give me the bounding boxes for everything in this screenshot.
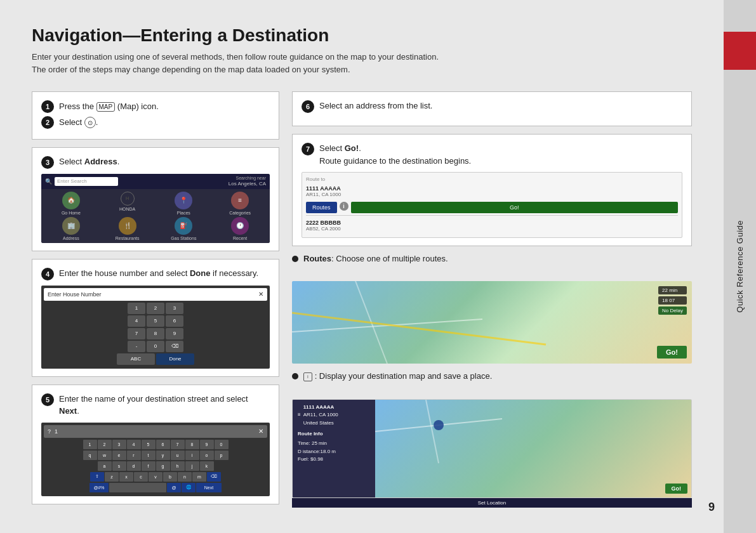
kb-u[interactable]: u: [171, 451, 185, 460]
gas-icon: ⛽: [175, 217, 192, 235]
key-2[interactable]: 2: [147, 303, 164, 314]
kb-y[interactable]: y: [156, 451, 170, 460]
kb-3[interactable]: 3: [112, 440, 126, 449]
kb-7[interactable]: 7: [171, 440, 185, 449]
dest-info-wrapper: ≡ 1111 AAAAA AR11, CA 1000 United States…: [292, 395, 692, 508]
bullet-info: i : Display your destination map and sav…: [292, 371, 692, 381]
key-done[interactable]: Done: [156, 353, 194, 365]
kb-n[interactable]: n: [178, 472, 192, 482]
honda-icon: H: [121, 192, 135, 206]
kb-h[interactable]: h: [171, 461, 185, 471]
map-routes-mockup: 22 min 18 07 No Delay Go!: [292, 281, 692, 364]
dest-fuel: Fuel: $0.98: [298, 456, 370, 464]
key-dash[interactable]: -: [128, 341, 145, 352]
dest-header-row: ≡ 1111 AAAAA AR11, CA 1000 United States: [298, 404, 370, 428]
keyboard-mockup: ? 1 ✕ 1 2 3 4 5 6 7 8 9: [41, 423, 270, 496]
kb-k[interactable]: k: [200, 461, 214, 471]
route-addr2: 2222 BBBBB: [306, 220, 341, 226]
kb-a[interactable]: a: [98, 461, 112, 471]
subtitle-line2: The order of the steps may change depend…: [32, 63, 692, 76]
dest-menu-icon: ≡: [298, 411, 301, 419]
kb-q[interactable]: q: [83, 451, 97, 460]
kb-1[interactable]: 1: [83, 440, 97, 449]
kb-b[interactable]: b: [163, 472, 177, 482]
kb-row-asdf: a s d f g h j k: [44, 461, 267, 471]
sidebar-label: Quick Reference Guide: [735, 220, 745, 313]
kb-9[interactable]: 9: [200, 440, 214, 449]
kb-v[interactable]: v: [149, 472, 162, 482]
kb-e[interactable]: e: [112, 451, 126, 460]
subtitle: Enter your destination using one of seve…: [32, 51, 692, 76]
kb-shift[interactable]: ⇧: [90, 472, 104, 482]
location-city: Los Angeles, CA: [229, 181, 266, 187]
map-go-button[interactable]: Go!: [657, 346, 687, 359]
key-0[interactable]: 0: [147, 341, 164, 352]
step-7-line1: Select Go!.: [319, 142, 471, 155]
kb-i[interactable]: i: [185, 451, 199, 460]
icon-gas: ⛽ Gas Stations: [157, 217, 211, 240]
kb-5[interactable]: 5: [142, 440, 156, 449]
places-icon: 📍: [175, 192, 192, 209]
kb-t[interactable]: t: [142, 451, 156, 460]
key-3[interactable]: 3: [166, 303, 183, 314]
info-button[interactable]: i: [340, 202, 348, 211]
kb-symbols[interactable]: @#%: [90, 483, 109, 492]
routes-text: : Choose one of multiple routes.: [331, 254, 448, 263]
key-abc[interactable]: ABC: [117, 353, 155, 365]
keypad-label: Enter House Number: [48, 291, 102, 298]
dest-info-footer[interactable]: Set Location: [292, 498, 692, 508]
step-1-text: Press the MAP (Map) icon.: [59, 100, 159, 113]
step-7-text-block: Select Go!. Route guidance to the destin…: [319, 142, 471, 167]
key-4[interactable]: 4: [128, 315, 145, 327]
kb-p[interactable]: p: [215, 451, 229, 460]
kb-r[interactable]: r: [127, 451, 141, 460]
kb-c[interactable]: c: [134, 472, 148, 482]
routes-button[interactable]: Routes: [306, 202, 337, 213]
kb-8[interactable]: 8: [185, 440, 199, 449]
bullet-routes: Routes: Choose one of multiple routes.: [292, 254, 692, 263]
key-5[interactable]: 5: [147, 315, 164, 327]
kb-x[interactable]: x: [119, 472, 133, 482]
kb-4[interactable]: 4: [127, 440, 141, 449]
kb-at[interactable]: @: [167, 483, 181, 492]
step-4-text: Enter the house number and select Done i…: [59, 267, 258, 280]
go-home-label: Go Home: [62, 211, 81, 215]
kb-backspace[interactable]: ⌫: [207, 472, 221, 482]
key-7[interactable]: 7: [128, 328, 145, 339]
kb-f[interactable]: f: [142, 461, 156, 471]
kb-next[interactable]: Next: [196, 483, 222, 492]
restaurants-label: Restaurants: [116, 236, 140, 240]
restaurants-icon: 🍴: [119, 217, 136, 235]
key-9[interactable]: 9: [166, 328, 183, 339]
kb-current-value: 1: [55, 428, 58, 435]
search-placeholder: Enter Search: [57, 178, 87, 184]
kb-o[interactable]: o: [200, 451, 214, 460]
kb-row-bottom: @#% @ 🌐 Next: [44, 483, 267, 492]
key-backspace[interactable]: ⌫: [166, 341, 183, 352]
key-1[interactable]: 1: [128, 303, 145, 314]
go-button[interactable]: Go!: [351, 202, 678, 213]
recent-icon: 🕐: [231, 217, 249, 235]
kb-j[interactable]: j: [185, 461, 199, 471]
searching-near: Searching near: [229, 176, 266, 181]
kb-globe[interactable]: 🌐: [182, 483, 196, 492]
keypad-header: Enter House Number ✕: [44, 288, 267, 301]
route-addr1-row: 1111 AAAAA AR11, CA 1000: [306, 183, 678, 199]
keyboard-header: ? 1 ✕: [44, 425, 267, 438]
kb-s[interactable]: s: [112, 461, 126, 471]
dest-go-button[interactable]: Go!: [665, 484, 688, 494]
key-6[interactable]: 6: [166, 315, 183, 327]
kb-d[interactable]: d: [127, 461, 141, 471]
kb-0[interactable]: 0: [215, 440, 229, 449]
categories-icon: ≡: [231, 192, 249, 209]
kb-space[interactable]: [109, 483, 166, 492]
kb-w[interactable]: w: [98, 451, 112, 460]
key-8[interactable]: 8: [147, 328, 164, 339]
step-6-circle: 6: [302, 100, 314, 113]
kb-6[interactable]: 6: [156, 440, 170, 449]
kb-m[interactable]: m: [192, 472, 206, 482]
kb-z[interactable]: z: [105, 472, 119, 482]
step-3-header: 3 Select Address.: [41, 155, 270, 169]
kb-g[interactable]: g: [156, 461, 170, 471]
kb-2[interactable]: 2: [98, 440, 112, 449]
